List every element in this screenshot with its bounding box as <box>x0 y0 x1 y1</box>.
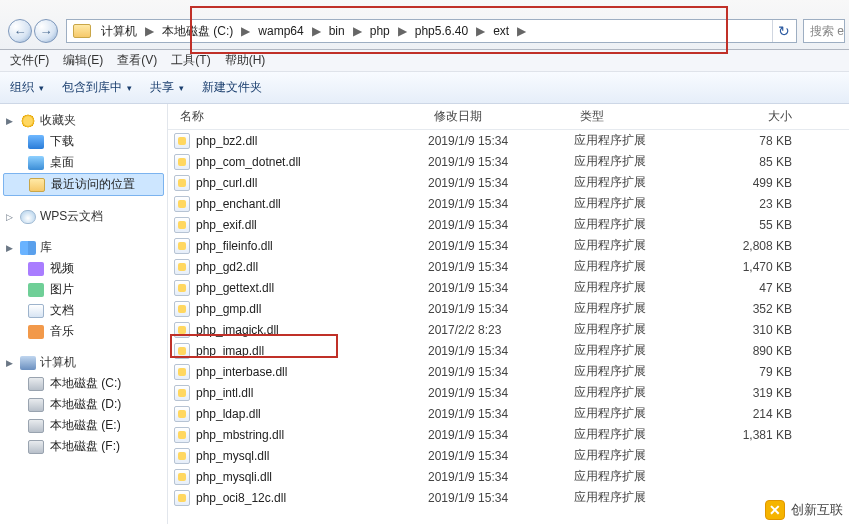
include-button[interactable]: 包含到库中 <box>62 79 132 96</box>
new-folder-button[interactable]: 新建文件夹 <box>202 79 262 96</box>
file-date: 2019/1/9 15:34 <box>428 155 574 169</box>
sidebar-item[interactable]: 文档 <box>0 300 167 321</box>
sidebar-item[interactable]: 视频 <box>0 258 167 279</box>
menu-file[interactable]: 文件(F) <box>10 52 49 69</box>
file-row[interactable]: php_imagick.dll2017/2/2 8:23应用程序扩展310 KB <box>168 319 849 340</box>
organize-button[interactable]: 组织 <box>10 79 44 96</box>
file-row[interactable]: php_gmp.dll2019/1/9 15:34应用程序扩展352 KB <box>168 298 849 319</box>
file-name: php_com_dotnet.dll <box>196 155 428 169</box>
menu-help[interactable]: 帮助(H) <box>225 52 266 69</box>
file-size: 78 KB <box>700 134 806 148</box>
sidebar-item[interactable]: 图片 <box>0 279 167 300</box>
breadcrumb-segment[interactable]: php <box>364 24 396 38</box>
dll-icon <box>174 259 190 275</box>
file-type: 应用程序扩展 <box>574 195 700 212</box>
sidebar-header-label: 库 <box>40 239 52 256</box>
refresh-button[interactable]: ↻ <box>772 20 794 42</box>
dll-icon <box>174 469 190 485</box>
breadcrumb-segment[interactable]: 计算机 <box>95 23 143 40</box>
menu-bar: 文件(F) 编辑(E) 查看(V) 工具(T) 帮助(H) <box>0 50 849 72</box>
chevron-right-icon: ▶ <box>474 24 487 38</box>
file-size: 2,808 KB <box>700 239 806 253</box>
file-row[interactable]: php_intl.dll2019/1/9 15:34应用程序扩展319 KB <box>168 382 849 403</box>
sidebar-favorites-header[interactable]: ▶ 收藏夹 <box>0 110 167 131</box>
chevron-right-icon: ▶ <box>396 24 409 38</box>
file-name: php_fileinfo.dll <box>196 239 428 253</box>
file-row[interactable]: php_exif.dll2019/1/9 15:34应用程序扩展55 KB <box>168 214 849 235</box>
sidebar-item[interactable]: 下载 <box>0 131 167 152</box>
file-list: 名称 修改日期 类型 大小 php_bz2.dll2019/1/9 15:34应… <box>168 104 849 524</box>
watermark-icon: ✕ <box>765 500 785 520</box>
file-size: 319 KB <box>700 386 806 400</box>
file-row[interactable]: php_enchant.dll2019/1/9 15:34应用程序扩展23 KB <box>168 193 849 214</box>
sidebar-wps-header[interactable]: ▷ WPS云文档 <box>0 206 167 227</box>
breadcrumb-segment[interactable]: ext <box>487 24 515 38</box>
breadcrumb-segment[interactable]: bin <box>323 24 351 38</box>
file-name: php_interbase.dll <box>196 365 428 379</box>
file-name: php_gd2.dll <box>196 260 428 274</box>
file-date: 2019/1/9 15:34 <box>428 260 574 274</box>
search-input[interactable]: 搜索 e <box>803 19 845 43</box>
dll-icon <box>174 196 190 212</box>
file-name: php_exif.dll <box>196 218 428 232</box>
file-size: 214 KB <box>700 407 806 421</box>
sidebar-item[interactable]: 本地磁盘 (D:) <box>0 394 167 415</box>
desk-icon <box>28 156 44 170</box>
menu-edit[interactable]: 编辑(E) <box>63 52 103 69</box>
sidebar-item[interactable]: 桌面 <box>0 152 167 173</box>
sidebar-item[interactable]: 音乐 <box>0 321 167 342</box>
file-row[interactable]: php_gd2.dll2019/1/9 15:34应用程序扩展1,470 KB <box>168 256 849 277</box>
file-row[interactable]: php_com_dotnet.dll2019/1/9 15:34应用程序扩展85… <box>168 151 849 172</box>
file-row[interactable]: php_ldap.dll2019/1/9 15:34应用程序扩展214 KB <box>168 403 849 424</box>
dll-icon <box>174 133 190 149</box>
file-row[interactable]: php_mysqli.dll2019/1/9 15:34应用程序扩展 <box>168 466 849 487</box>
file-date: 2019/1/9 15:34 <box>428 407 574 421</box>
file-date: 2019/1/9 15:34 <box>428 470 574 484</box>
col-size[interactable]: 大小 <box>700 108 806 125</box>
sidebar-computer-header[interactable]: ▶ 计算机 <box>0 352 167 373</box>
file-row[interactable]: php_mbstring.dll2019/1/9 15:34应用程序扩展1,38… <box>168 424 849 445</box>
file-row[interactable]: php_imap.dll2019/1/9 15:34应用程序扩展890 KB <box>168 340 849 361</box>
file-size: 1,470 KB <box>700 260 806 274</box>
breadcrumb-segment[interactable]: php5.6.40 <box>409 24 474 38</box>
file-row[interactable]: php_oci8_12c.dll2019/1/9 15:34应用程序扩展 <box>168 487 849 508</box>
sidebar-item[interactable]: 本地磁盘 (C:) <box>0 373 167 394</box>
chevron-right-icon: ▶ <box>239 24 252 38</box>
disk-icon <box>28 440 44 454</box>
dll-icon <box>174 280 190 296</box>
mus-icon <box>28 325 44 339</box>
file-type: 应用程序扩展 <box>574 363 700 380</box>
share-button[interactable]: 共享 <box>150 79 184 96</box>
disk-icon <box>28 419 44 433</box>
sidebar-item-label: 本地磁盘 (F:) <box>50 438 120 455</box>
file-row[interactable]: php_bz2.dll2019/1/9 15:34应用程序扩展78 KB <box>168 130 849 151</box>
col-name[interactable]: 名称 <box>174 108 428 125</box>
dll-icon <box>174 217 190 233</box>
breadcrumb[interactable]: 计算机▶本地磁盘 (C:)▶wamp64▶bin▶php▶php5.6.40▶e… <box>66 19 797 43</box>
file-row[interactable]: php_fileinfo.dll2019/1/9 15:34应用程序扩展2,80… <box>168 235 849 256</box>
file-type: 应用程序扩展 <box>574 468 700 485</box>
file-date: 2019/1/9 15:34 <box>428 344 574 358</box>
toolbar: 组织 包含到库中 共享 新建文件夹 <box>0 72 849 104</box>
file-row[interactable]: php_mysql.dll2019/1/9 15:34应用程序扩展 <box>168 445 849 466</box>
sidebar-item-label: 文档 <box>50 302 74 319</box>
sidebar-item[interactable]: 最近访问的位置 <box>3 173 164 196</box>
library-icon <box>20 241 36 255</box>
sidebar-library-header[interactable]: ▶ 库 <box>0 237 167 258</box>
menu-tools[interactable]: 工具(T) <box>171 52 210 69</box>
chevron-right-icon: ▶ <box>143 24 156 38</box>
sidebar-item[interactable]: 本地磁盘 (F:) <box>0 436 167 457</box>
back-button[interactable]: ← <box>8 19 32 43</box>
forward-button[interactable]: → <box>34 19 58 43</box>
col-type[interactable]: 类型 <box>574 108 700 125</box>
column-headers[interactable]: 名称 修改日期 类型 大小 <box>168 104 849 130</box>
breadcrumb-segment[interactable]: 本地磁盘 (C:) <box>156 23 239 40</box>
menu-view[interactable]: 查看(V) <box>117 52 157 69</box>
breadcrumb-segment[interactable]: wamp64 <box>252 24 309 38</box>
file-row[interactable]: php_gettext.dll2019/1/9 15:34应用程序扩展47 KB <box>168 277 849 298</box>
file-row[interactable]: php_curl.dll2019/1/9 15:34应用程序扩展499 KB <box>168 172 849 193</box>
sidebar-item[interactable]: 本地磁盘 (E:) <box>0 415 167 436</box>
file-date: 2019/1/9 15:34 <box>428 218 574 232</box>
col-date[interactable]: 修改日期 <box>428 108 574 125</box>
file-row[interactable]: php_interbase.dll2019/1/9 15:34应用程序扩展79 … <box>168 361 849 382</box>
